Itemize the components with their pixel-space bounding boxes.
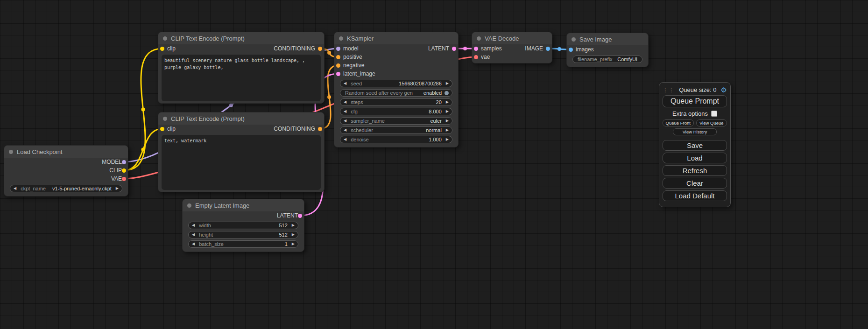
next-option-icon[interactable]: ▶ — [446, 119, 449, 123]
prev-option-icon[interactable]: ◀ — [14, 187, 16, 190]
load-button[interactable]: Load — [663, 153, 727, 163]
collapse-dot-icon[interactable] — [187, 203, 191, 208]
widget-batch-size[interactable]: ◀ batch_size 1 ▶ — [188, 240, 298, 248]
output-port-vae[interactable] — [122, 177, 126, 181]
collapse-dot-icon[interactable] — [339, 36, 343, 41]
load-default-button[interactable]: Load Default — [663, 190, 727, 201]
node-title: KSampler — [347, 35, 374, 42]
widget-ckpt-name[interactable]: ◀ ckpt_name v1-5-pruned-emaonly.ckpt ▶ — [10, 185, 122, 192]
queue-prompt-button[interactable]: Queue Prompt — [663, 95, 727, 107]
toggle-knob-icon[interactable] — [445, 91, 449, 95]
increment-arrow-icon[interactable]: ▶ — [446, 110, 449, 113]
widget-steps[interactable]: ◀ steps 20 ▶ — [340, 98, 452, 106]
node-title: Empty Latent Image — [195, 202, 249, 209]
output-port-conditioning[interactable] — [318, 47, 322, 51]
input-port-negative[interactable] — [336, 63, 340, 68]
node-load-checkpoint[interactable]: Load Checkpoint MODEL CLIP VAE ◀ ckpt_na… — [4, 145, 128, 196]
widget-sampler-name[interactable]: ◀ sampler_name euler ▶ — [340, 117, 452, 125]
node-title: VAE Decode — [485, 35, 519, 42]
collapse-dot-icon[interactable] — [572, 37, 576, 42]
increment-arrow-icon[interactable]: ▶ — [292, 242, 295, 246]
extra-options-checkbox[interactable] — [711, 111, 717, 117]
output-label-clip: CLIP — [109, 167, 122, 174]
input-port-images[interactable] — [569, 48, 573, 52]
queue-front-button[interactable]: Queue Front — [663, 119, 694, 126]
node-titlebar[interactable]: CLIP Text Encode (Prompt) — [158, 32, 324, 44]
node-titlebar[interactable]: Empty Latent Image — [183, 199, 304, 211]
node-ksampler[interactable]: KSampler model LATENT positive negative — [334, 32, 459, 147]
settings-gear-icon[interactable]: ⚙ — [721, 86, 727, 93]
input-label-vae: vae — [481, 54, 490, 60]
output-label-latent: LATENT — [277, 212, 298, 219]
node-titlebar[interactable]: CLIP Text Encode (Prompt) — [158, 112, 324, 125]
node-empty-latent-image[interactable]: Empty Latent Image LATENT ◀ width 512 ▶ … — [182, 199, 304, 252]
increment-arrow-icon[interactable]: ▶ — [446, 82, 449, 85]
output-port-image[interactable] — [546, 47, 550, 51]
widget-label: scheduler — [351, 127, 373, 133]
prev-option-icon[interactable]: ◀ — [344, 119, 346, 123]
input-port-clip[interactable] — [160, 47, 164, 51]
decrement-arrow-icon[interactable]: ◀ — [192, 233, 195, 237]
output-port-latent[interactable] — [452, 47, 456, 51]
collapse-dot-icon[interactable] — [9, 150, 13, 154]
node-vae-decode[interactable]: VAE Decode samples IMAGE vae — [472, 32, 552, 63]
input-port-vae[interactable] — [474, 55, 478, 59]
increment-arrow-icon[interactable]: ▶ — [446, 100, 449, 104]
node-clip-text-encode-negative[interactable]: CLIP Text Encode (Prompt) clip CONDITION… — [158, 112, 325, 192]
node-titlebar[interactable]: VAE Decode — [472, 32, 552, 44]
save-button[interactable]: Save — [663, 140, 727, 151]
increment-arrow-icon[interactable]: ▶ — [292, 233, 295, 237]
widget-seed[interactable]: ◀ seed 156680208700286 ▶ — [340, 80, 452, 87]
increment-arrow-icon[interactable]: ▶ — [446, 138, 449, 141]
graph-canvas[interactable]: Load Checkpoint MODEL CLIP VAE ◀ ckpt_na… — [0, 0, 868, 329]
prev-option-icon[interactable]: ◀ — [344, 128, 346, 132]
collapse-dot-icon[interactable] — [477, 36, 481, 41]
input-port-model[interactable] — [336, 47, 340, 51]
input-label-images: images — [576, 46, 594, 53]
widget-label: sampler_name — [351, 118, 385, 124]
increment-arrow-icon[interactable]: ▶ — [292, 224, 295, 227]
widget-filename-prefix[interactable]: filename_prefix ComfyUI — [572, 56, 642, 63]
node-clip-text-encode-positive[interactable]: CLIP Text Encode (Prompt) clip CONDITION… — [158, 32, 325, 104]
negative-prompt-textarea[interactable]: text, watermark — [162, 135, 321, 190]
extra-options-label: Extra options — [672, 110, 708, 117]
input-port-positive[interactable] — [336, 55, 340, 59]
widget-random-seed-toggle[interactable]: Random seed after every gen enabled — [340, 89, 452, 97]
node-titlebar[interactable]: Load Checkpoint — [4, 146, 128, 158]
widget-scheduler[interactable]: ◀ scheduler normal ▶ — [340, 126, 452, 134]
node-titlebar[interactable]: KSampler — [334, 32, 458, 44]
input-port-clip[interactable] — [160, 127, 164, 131]
widget-height[interactable]: ◀ height 512 ▶ — [188, 231, 298, 238]
output-label-image: IMAGE — [525, 45, 543, 52]
decrement-arrow-icon[interactable]: ◀ — [344, 110, 346, 113]
view-history-button[interactable]: View History — [673, 128, 717, 135]
input-port-samples[interactable] — [474, 47, 478, 51]
refresh-button[interactable]: Refresh — [663, 165, 727, 176]
next-option-icon[interactable]: ▶ — [446, 128, 449, 132]
widget-label: batch_size — [199, 241, 224, 247]
input-port-latent-image[interactable] — [336, 72, 340, 76]
positive-prompt-textarea[interactable]: beautiful scenery nature glass bottle la… — [162, 55, 321, 101]
widget-cfg[interactable]: ◀ cfg 8.000 ▶ — [340, 108, 452, 115]
output-port-conditioning[interactable] — [318, 127, 322, 131]
widget-denoise[interactable]: ◀ denoise 1.000 ▶ — [340, 136, 452, 143]
output-port-latent[interactable] — [298, 214, 302, 218]
drag-handle-icon[interactable]: ⋮⋮ — [663, 87, 675, 93]
collapse-dot-icon[interactable] — [163, 117, 167, 121]
decrement-arrow-icon[interactable]: ◀ — [344, 100, 346, 104]
widget-width[interactable]: ◀ width 512 ▶ — [188, 222, 298, 229]
node-titlebar[interactable]: Save Image — [567, 33, 648, 45]
node-title: Save Image — [579, 36, 612, 43]
node-save-image[interactable]: Save Image images filename_prefix ComfyU… — [566, 33, 649, 67]
clear-button[interactable]: Clear — [663, 178, 727, 189]
collapse-dot-icon[interactable] — [163, 36, 167, 41]
decrement-arrow-icon[interactable]: ◀ — [192, 224, 195, 227]
decrement-arrow-icon[interactable]: ◀ — [344, 138, 346, 141]
next-option-icon[interactable]: ▶ — [116, 187, 119, 190]
decrement-arrow-icon[interactable]: ◀ — [344, 82, 346, 85]
output-slot-model: MODEL — [4, 158, 128, 166]
output-port-model[interactable] — [122, 160, 126, 164]
decrement-arrow-icon[interactable]: ◀ — [192, 242, 195, 246]
view-queue-button[interactable]: View Queue — [696, 119, 727, 126]
output-port-clip[interactable] — [122, 168, 126, 173]
